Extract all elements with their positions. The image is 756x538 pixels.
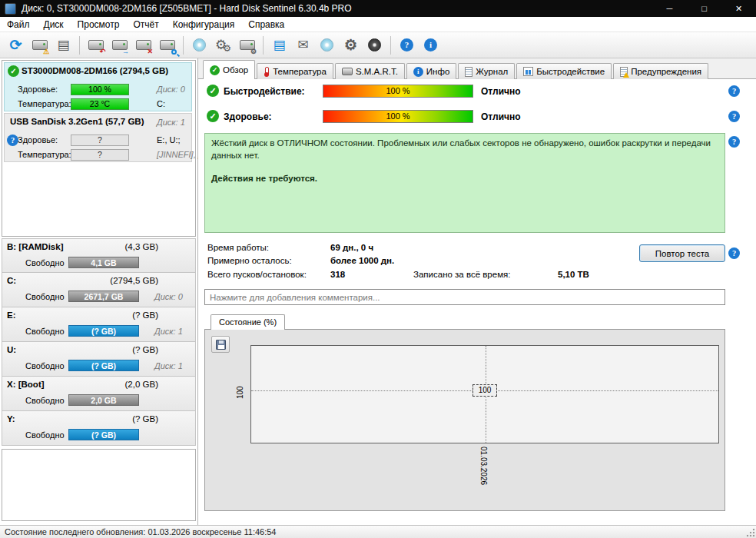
toolbar-mail-button[interactable]: ✉: [291, 35, 315, 56]
health-bar: 100 %: [71, 84, 129, 95]
temperature-bar: 23 °C: [71, 98, 129, 110]
close-button[interactable]: ✕: [721, 0, 756, 17]
toolbar-disk-alert-button[interactable]: ⚠: [28, 35, 51, 56]
toolbar-disk-tools-button[interactable]: ⚙: [235, 35, 259, 56]
maximize-button[interactable]: □: [687, 0, 721, 17]
tab-label: Обзор: [223, 65, 248, 75]
volume-row-c[interactable]: C: (2794,5 GB) Свободно 2671,7 GB Диск: …: [2, 273, 196, 307]
main-area: ✓ Обзор Температура S.M.A.R.T. i Инфо Жу…: [198, 58, 756, 525]
magnifier-badge-icon: [171, 49, 177, 55]
help-icon[interactable]: ?: [728, 247, 740, 259]
volume-row-b[interactable]: B: [RAMDisk] (4,3 GB) Свободно 4,1 GB: [2, 238, 196, 273]
menu-disk[interactable]: Диск: [37, 17, 71, 32]
health-status: Отлично: [481, 111, 521, 122]
toolbar-help-button[interactable]: ?: [395, 35, 419, 56]
unknown-status-icon: ?: [7, 134, 18, 146]
menu-help[interactable]: Справка: [241, 17, 291, 32]
tab-overview[interactable]: ✓ Обзор: [203, 60, 255, 79]
volume-labels-note: [JINNEFI], [: [157, 150, 201, 159]
tab-log[interactable]: Журнал: [458, 63, 515, 79]
tab-info[interactable]: i Инфо: [406, 63, 456, 79]
menu-report[interactable]: Отчёт: [126, 17, 165, 32]
help-icon[interactable]: ?: [728, 136, 740, 148]
tab-smart[interactable]: S.M.A.R.T.: [335, 63, 405, 79]
volume-name: E:: [7, 311, 16, 320]
disk-panel-sandisk[interactable]: USB SanDisk 3.2Gen1 (57,7 GB) Диск: 1 ? …: [4, 113, 192, 162]
summary-text: Жёсткий диск в ОТЛИЧНОМ состоянии. Пробл…: [211, 138, 718, 161]
free-label: Свободно: [25, 396, 65, 405]
temperature-label: Температура:: [18, 99, 71, 108]
toolbar-separator: [390, 36, 391, 55]
toolbar-network-disk-button[interactable]: [315, 35, 339, 56]
comment-input[interactable]: [204, 289, 725, 305]
toolbar-about-button[interactable]: i: [419, 35, 443, 56]
volume-name: C:: [7, 276, 16, 285]
toolbar-refresh-button[interactable]: ⟳: [4, 35, 28, 56]
power-on-label: Время работы:: [207, 243, 269, 252]
retest-button[interactable]: Повтор теста: [639, 244, 725, 262]
temperature-bar: ?: [71, 149, 129, 161]
volume-size: (? GB): [132, 345, 158, 354]
save-chart-button[interactable]: [211, 336, 230, 353]
menu-configuration[interactable]: Конфигурация: [166, 17, 242, 32]
help-icon[interactable]: ?: [728, 111, 740, 122]
tab-label: Предупреждения: [631, 67, 701, 76]
toolbar-report-button[interactable]: ▤: [51, 35, 75, 56]
remove-badge-icon: ✕: [147, 48, 153, 55]
volume-row-y[interactable]: Y: (? GB) Свободно (? GB): [2, 411, 196, 446]
toolbar-disk-undo-button[interactable]: ↶: [84, 35, 108, 56]
toolbar-list-button[interactable]: ▤: [267, 35, 291, 56]
toolbar-disk-search-button[interactable]: [155, 35, 179, 56]
written-label: Записано за всё время:: [413, 270, 511, 279]
free-space-bar: (? GB): [68, 429, 139, 440]
globe-disk-icon: [320, 38, 333, 51]
toolbar-settings-button[interactable]: ⚙: [339, 35, 363, 56]
dark-disc-icon: [368, 38, 381, 51]
volume-size: (? GB): [132, 311, 158, 320]
tab-alerts[interactable]: Предупреждения: [613, 63, 708, 79]
report-icon: ▤: [57, 38, 69, 51]
disk-title: ST3000DM008-2DM166 (2794,5 GB): [22, 66, 168, 75]
toolbar-surface-map-button[interactable]: [363, 35, 386, 56]
disk-number-note: Диск: 0: [154, 292, 183, 301]
chart-point-label: 100: [472, 384, 497, 397]
ok-icon: ✓: [207, 110, 219, 122]
toolbar-gears-button[interactable]: ⚙⚙: [211, 35, 235, 56]
lifetime-label: Примерно осталось:: [207, 256, 292, 265]
toolbar-disk-copy-button[interactable]: →: [108, 35, 131, 56]
warning-page-icon: [620, 67, 628, 77]
performance-gauge: 100 %: [323, 85, 473, 98]
volume-row-e[interactable]: E: (? GB) Свободно (? GB) Диск: 1: [2, 307, 196, 342]
starts-value: 318: [330, 270, 345, 279]
info-icon: i: [424, 38, 437, 51]
help-icon: ?: [400, 38, 413, 51]
chart-tab-status[interactable]: Состояние (%): [211, 314, 285, 330]
mail-icon: ✉: [297, 38, 308, 51]
free-space-bar: 2,0 GB: [68, 394, 139, 406]
free-label: Свободно: [25, 430, 65, 440]
app-window: Диск: 0, ST3000DM008-2DM166 [Z505BMET] -…: [0, 0, 756, 538]
menu-view[interactable]: Просмотр: [71, 17, 127, 32]
tab-performance[interactable]: Быстродействие: [516, 63, 612, 79]
volume-row-x[interactable]: X: [Boot] (2,0 GB) Свободно 2,0 GB: [2, 377, 196, 411]
status-chart-panel: 100 100 01.03.2026: [204, 329, 725, 511]
minimize-button[interactable]: ─: [652, 0, 687, 17]
toolbar-separator: [263, 36, 264, 55]
volume-row-u[interactable]: U: (? GB) Свободно (? GB) Диск: 1: [2, 342, 196, 377]
written-value: 5,10 TB: [558, 270, 589, 279]
disk-title: USB SanDisk 3.2Gen1 (57,7 GB): [10, 117, 144, 126]
free-space-bar: (? GB): [68, 325, 139, 337]
tab-label: Быстродействие: [536, 67, 605, 76]
performance-row: ✓ Быстродействие: 100 % Отлично ?: [198, 85, 756, 98]
chart-plot-area: 100: [250, 345, 719, 443]
tab-temperature[interactable]: Температура: [257, 63, 333, 79]
toolbar-disk-remove-button[interactable]: ✕: [131, 35, 155, 56]
help-icon[interactable]: ?: [728, 85, 740, 97]
resize-grip[interactable]: [745, 527, 755, 537]
health-label: Здоровье:: [18, 85, 58, 94]
menu-file[interactable]: Файл: [0, 17, 37, 32]
volume-size: (? GB): [132, 414, 158, 423]
toolbar-cd-info-button[interactable]: [187, 35, 211, 56]
disk-panel-st3000[interactable]: ✓ ST3000DM008-2DM166 (2794,5 GB) Здоровь…: [4, 62, 192, 111]
health-ok-icon: ✓: [8, 65, 19, 77]
